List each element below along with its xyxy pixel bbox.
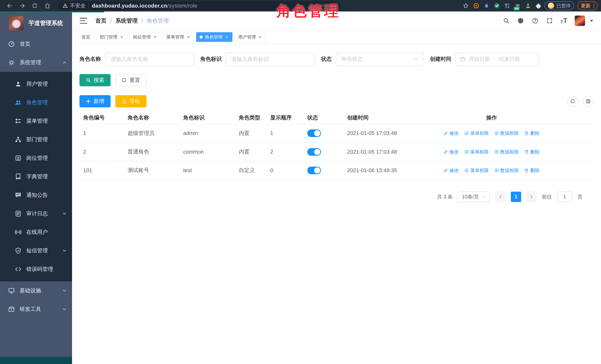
calendar-icon xyxy=(460,56,465,62)
export-button-label: 导出 xyxy=(130,98,140,105)
delete-link[interactable]: 删除 xyxy=(524,130,540,136)
app-logo[interactable]: 芋道管理系统 xyxy=(0,11,72,35)
profile-paused-chip[interactable]: 已暂停 xyxy=(544,1,574,10)
avatar-caret-down-icon[interactable] xyxy=(590,20,593,22)
tab-home[interactable]: 首页 xyxy=(78,32,94,42)
sidebar-item-dev-tools[interactable]: 研发工具 xyxy=(0,300,72,318)
sidebar-item-infrastructure[interactable]: 基础设施 xyxy=(0,281,72,300)
data-permission-link[interactable]: 数据权限 xyxy=(494,149,519,155)
extension-lines-icon[interactable]: on xyxy=(513,1,522,10)
tags-view-bar: 首页 部门管理 岗位管理 菜单管理 角色管理 用户管理 xyxy=(72,30,601,44)
edit-link[interactable]: 修改 xyxy=(444,149,459,155)
delete-link[interactable]: 删除 xyxy=(524,149,540,155)
column-settings-button[interactable] xyxy=(583,96,594,107)
status-switch-on[interactable] xyxy=(307,148,321,156)
prev-page-button[interactable] xyxy=(495,192,506,202)
create-time-label: 创建时间 xyxy=(430,55,451,63)
browser-reload-icon[interactable] xyxy=(31,2,39,10)
browser-menu-dots-icon[interactable] xyxy=(593,3,594,8)
browser-update-button[interactable]: 更新 xyxy=(578,1,598,10)
book-icon xyxy=(15,173,21,180)
menu-permission-link[interactable]: 菜单权限 xyxy=(464,149,489,155)
github-icon[interactable] xyxy=(517,17,524,24)
sidebar-item-departments[interactable]: 部门管理 xyxy=(0,130,72,149)
status-switch-on[interactable] xyxy=(307,129,321,137)
extension-drop-icon[interactable] xyxy=(482,1,491,10)
search-icon[interactable] xyxy=(503,17,510,24)
sidebar-item-menus[interactable]: 菜单管理 xyxy=(0,112,72,130)
data-permission-link[interactable]: 数据权限 xyxy=(494,167,519,174)
date-end-placeholder: 结束日期 xyxy=(499,56,520,63)
date-range-picker[interactable]: 开始日期 - 结束日期 xyxy=(455,52,539,66)
check-circle-icon xyxy=(464,131,469,136)
menu-permission-link[interactable]: 菜单权限 xyxy=(464,167,489,174)
menu-permission-link[interactable]: 菜单权限 xyxy=(464,130,489,136)
hamburger-icon[interactable] xyxy=(80,18,87,24)
status-switch-on[interactable] xyxy=(307,167,321,174)
sidebar-item-dictionary[interactable]: 字典管理 xyxy=(0,167,72,186)
tab-menus[interactable]: 菜单管理 xyxy=(163,32,194,42)
close-icon[interactable] xyxy=(186,35,190,39)
cell-role-key: test xyxy=(180,161,235,180)
sidebar-item-system[interactable]: 系统管理 xyxy=(0,53,72,72)
role-name-input[interactable] xyxy=(105,52,194,66)
data-permission-link[interactable]: 数据权限 xyxy=(494,130,519,136)
tab-users[interactable]: 用户管理 xyxy=(235,32,266,42)
extension-target-icon[interactable] xyxy=(472,1,481,10)
bookmark-star-icon[interactable] xyxy=(461,1,470,10)
browser-toolbar: 不安全 dashboard.yudao.iocoder.cn/system/ro… xyxy=(0,0,601,11)
browser-back-icon[interactable] xyxy=(6,2,14,10)
search-button[interactable]: 搜索 xyxy=(80,74,110,86)
sidebar-item-posts[interactable]: 岗位管理 xyxy=(0,149,72,167)
browser-home-icon[interactable] xyxy=(43,2,51,10)
next-page-button[interactable] xyxy=(526,192,537,202)
export-button[interactable]: 导出 xyxy=(115,95,147,107)
sidebar-item-label: 系统管理 xyxy=(20,59,41,66)
close-icon[interactable] xyxy=(120,35,124,39)
breadcrumb-home[interactable]: 首页 xyxy=(95,17,107,25)
tab-posts[interactable]: 岗位管理 xyxy=(130,32,160,42)
status-select[interactable]: 角色状态 xyxy=(336,52,424,66)
add-button[interactable]: 新增 xyxy=(80,95,110,107)
sidebar-item-roles[interactable]: 角色管理 xyxy=(0,93,72,112)
font-size-icon[interactable]: TT xyxy=(561,17,567,25)
goto-page-input[interactable] xyxy=(557,192,572,202)
extension-check-shield-icon[interactable] xyxy=(493,1,501,10)
search-actions: 搜索 重置 xyxy=(80,74,594,86)
sidebar-item-audit-log[interactable]: 审计日志 xyxy=(0,204,72,223)
breadcrumb-system[interactable]: 系统管理 xyxy=(115,17,138,25)
page-size-select[interactable]: 10条/页 xyxy=(458,191,490,202)
tab-departments[interactable]: 部门管理 xyxy=(96,32,127,42)
sidebar-item-users[interactable]: 用户管理 xyxy=(0,75,72,93)
date-range-separator: - xyxy=(494,56,495,62)
address-bar[interactable]: 不安全 dashboard.yudao.iocoder.cn/system/ro… xyxy=(58,1,341,10)
site-security-chip[interactable]: 不安全 xyxy=(63,2,86,9)
close-icon[interactable] xyxy=(258,35,262,39)
role-key-input[interactable] xyxy=(226,52,315,66)
cell-created: 2021-01-06 13:49:35 xyxy=(343,161,447,180)
browser-forward-icon[interactable] xyxy=(18,2,26,10)
page-number-active[interactable]: 1 xyxy=(511,192,521,202)
page-content: 角色名称 角色标识 状态 角色状态 创 xyxy=(72,44,601,364)
delete-link[interactable]: 删除 xyxy=(524,167,540,174)
sidebar-item-notice[interactable]: 通知公告 xyxy=(0,186,72,204)
edit-link[interactable]: 修改 xyxy=(444,167,459,174)
pagination-total: 共 3 条 xyxy=(437,194,453,200)
refresh-table-button[interactable] xyxy=(567,96,578,107)
sidebar-item-online-users[interactable]: 在线用户 xyxy=(0,223,72,241)
reset-button[interactable]: 重置 xyxy=(115,74,147,86)
sidebar-item-sms[interactable]: 短信管理 xyxy=(0,241,72,260)
close-icon[interactable] xyxy=(153,35,157,39)
extension-robot-icon[interactable] xyxy=(524,1,532,10)
sidebar-item-home[interactable]: 首页 xyxy=(0,35,72,53)
user-avatar[interactable] xyxy=(575,16,585,26)
close-icon[interactable] xyxy=(225,35,229,39)
extension-grid-icon[interactable] xyxy=(503,1,511,10)
tab-roles-active[interactable]: 角色管理 xyxy=(196,32,232,42)
fullscreen-icon[interactable] xyxy=(546,17,553,24)
sidebar-item-error-codes[interactable]: 错误码管理 xyxy=(0,260,72,278)
extension-puzzle-icon[interactable] xyxy=(534,1,543,10)
help-icon[interactable] xyxy=(531,17,539,24)
status-select-placeholder: 角色状态 xyxy=(341,55,363,63)
edit-link[interactable]: 修改 xyxy=(444,130,459,136)
